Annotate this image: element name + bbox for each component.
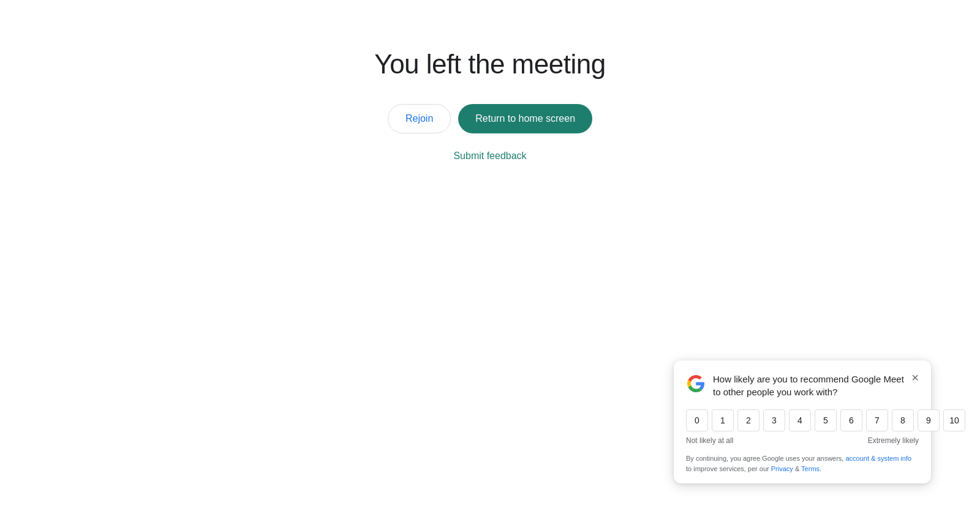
footer-end: . bbox=[820, 465, 821, 472]
account-system-info-link[interactable]: account & system info bbox=[845, 455, 911, 462]
rating-btn-10[interactable]: 10 bbox=[943, 409, 965, 431]
survey-header: How likely are you to recommend Google M… bbox=[686, 373, 919, 398]
return-to-home-button[interactable]: Return to home screen bbox=[458, 104, 592, 133]
footer-middle: to improve services, per our bbox=[686, 465, 771, 472]
rating-btn-4[interactable]: 4 bbox=[789, 409, 811, 431]
rejoin-button[interactable]: Rejoin bbox=[388, 104, 451, 133]
survey-footer: By continuing, you agree Google uses you… bbox=[686, 453, 919, 474]
rating-btn-0[interactable]: 0 bbox=[686, 409, 708, 431]
rating-btn-8[interactable]: 8 bbox=[892, 409, 914, 431]
main-content: You left the meeting Rejoin Return to ho… bbox=[0, 0, 980, 164]
rating-btn-2[interactable]: 2 bbox=[737, 409, 760, 431]
rating-btn-9[interactable]: 9 bbox=[918, 409, 940, 431]
terms-link[interactable]: Terms bbox=[801, 465, 820, 472]
rating-label-not-likely: Not likely at all bbox=[686, 436, 733, 445]
rating-row: 012345678910 bbox=[686, 409, 919, 431]
footer-amp: & bbox=[793, 465, 801, 472]
survey-widget: How likely are you to recommend Google M… bbox=[674, 360, 931, 483]
button-row: Rejoin Return to home screen bbox=[388, 104, 592, 133]
survey-question: How likely are you to recommend Google M… bbox=[713, 373, 904, 398]
rating-label-extremely-likely: Extremely likely bbox=[868, 436, 919, 445]
google-logo-icon bbox=[686, 374, 706, 393]
rating-btn-6[interactable]: 6 bbox=[840, 409, 862, 431]
rating-labels: Not likely at all Extremely likely bbox=[686, 436, 919, 445]
rating-btn-3[interactable]: 3 bbox=[763, 409, 785, 431]
privacy-link[interactable]: Privacy bbox=[771, 465, 793, 472]
rating-btn-1[interactable]: 1 bbox=[712, 409, 734, 431]
rating-btn-5[interactable]: 5 bbox=[815, 409, 837, 431]
rating-btn-7[interactable]: 7 bbox=[866, 409, 888, 431]
survey-close-button[interactable]: × bbox=[911, 371, 919, 384]
footer-prefix: By continuing, you agree Google uses you… bbox=[686, 455, 845, 462]
submit-feedback-button[interactable]: Submit feedback bbox=[448, 148, 531, 164]
page-title: You left the meeting bbox=[374, 49, 605, 80]
